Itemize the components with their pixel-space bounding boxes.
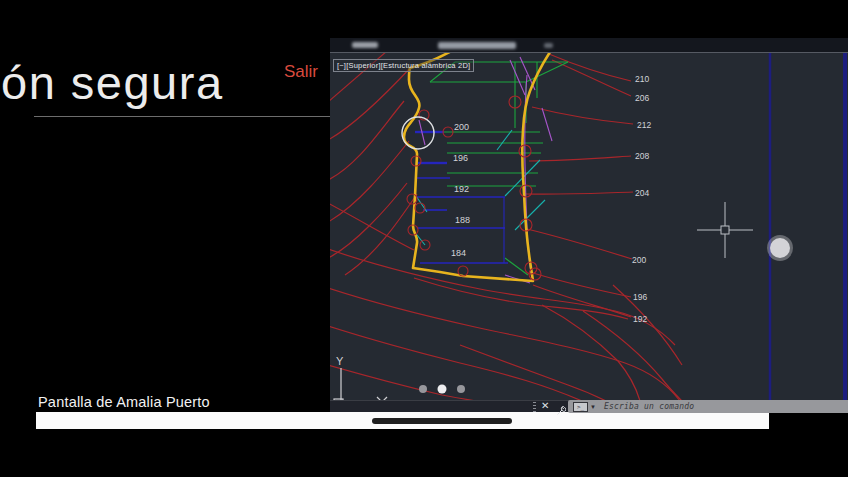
titlebar-tab-blurred — [352, 42, 378, 48]
parcel-boundary — [404, 53, 552, 281]
command-input-placeholder[interactable]: Escriba un comando — [604, 402, 694, 411]
parcel-elevation-labels: 200 196 192 188 184 — [451, 122, 470, 258]
elevation-label: 184 — [451, 248, 466, 258]
elevation-label: 208 — [635, 151, 649, 161]
right-elevation-labels: 210 206 212 208 204 200 196 192 — [632, 74, 651, 324]
elevation-label: 200 — [632, 255, 646, 265]
titlebar-control-blurred — [544, 43, 553, 48]
vertical-guide-lines — [770, 53, 845, 400]
elevation-label: 204 — [635, 188, 649, 198]
wireframe-blue — [415, 132, 508, 263]
layout-dot[interactable] — [457, 385, 465, 393]
command-prompt-icon: >_ — [573, 402, 588, 412]
elevation-label: 200 — [454, 122, 469, 132]
survey-point-markers — [407, 96, 541, 280]
wrench-icon[interactable] — [556, 402, 566, 420]
exit-button[interactable]: Salir — [284, 62, 318, 82]
window-title-blurred — [438, 42, 516, 49]
chevron-down-icon[interactable]: ▼ — [590, 404, 596, 410]
wireframe-green — [430, 62, 568, 275]
elevation-label: 212 — [637, 120, 651, 130]
panel-grip[interactable] — [533, 402, 536, 412]
drag-handle[interactable] — [372, 418, 512, 424]
ucs-icon: Y — [334, 355, 387, 400]
presenter-label: Pantalla de Amalia Puerto — [38, 394, 210, 410]
cad-status-row: ✕ >_ ▼ Escriba un comando — [330, 400, 848, 412]
contour-lines-right — [526, 54, 633, 317]
elevation-label: 210 — [635, 74, 649, 84]
wireframe-magenta — [419, 57, 552, 283]
elevation-label: 188 — [455, 215, 470, 225]
contour-lines-upper-left — [330, 53, 417, 275]
layout-dot-active[interactable] — [438, 385, 447, 394]
cad-window: 200 196 192 188 184 210 206 212 208 204 … — [330, 38, 848, 412]
elevation-label: 192 — [454, 184, 469, 194]
ucs-y-label: Y — [336, 355, 344, 367]
elevation-label: 196 — [453, 153, 468, 163]
elevation-label: 196 — [633, 292, 647, 302]
close-icon[interactable]: ✕ — [541, 400, 549, 412]
crosshair-cursor — [697, 202, 753, 258]
drawing-geometry: 200 196 192 188 184 210 206 212 208 204 … — [330, 53, 848, 400]
touch-indicator — [767, 235, 793, 261]
viewport-control-label[interactable]: [−][Superior][Estructura alámbrica 2D] — [333, 59, 474, 72]
cad-drawing-canvas[interactable]: 200 196 192 188 184 210 206 212 208 204 … — [330, 53, 848, 400]
share-bottom-bar — [36, 412, 769, 429]
command-line-bar[interactable]: >_ ▼ Escriba un comando — [568, 400, 848, 413]
layout-dots[interactable] — [419, 385, 465, 394]
elevation-label: 192 — [633, 314, 647, 324]
cad-titlebar — [330, 38, 848, 53]
layout-dot[interactable] — [419, 385, 427, 393]
contour-lines-lower — [330, 249, 682, 400]
elevation-label: 206 — [635, 93, 649, 103]
secure-connection-heading: ón segura — [0, 56, 224, 110]
heading-divider — [34, 116, 331, 117]
secure-connection-heading-clip: ón segura — [0, 56, 260, 118]
